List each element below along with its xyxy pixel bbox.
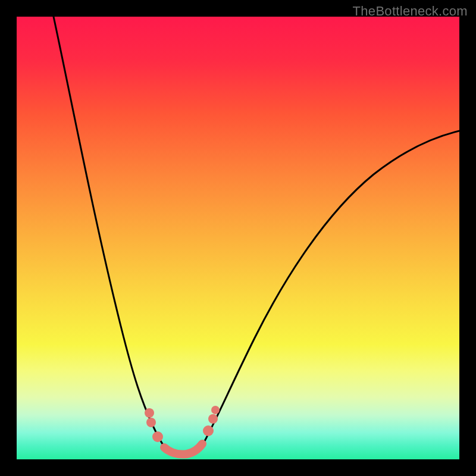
chart-stage: TheBottleneck.com [0, 0, 476, 476]
marker-dot [145, 408, 154, 418]
curve-left-branch [54, 17, 171, 455]
marker-dot [203, 425, 214, 436]
watermark-text: TheBottleneck.com [353, 4, 468, 19]
bottleneck-curve-svg [17, 17, 459, 459]
plot-area [17, 17, 459, 459]
marker-valley-run [164, 444, 202, 455]
curve-right-branch [201, 131, 459, 447]
marker-dot [208, 414, 218, 424]
marker-dot [211, 406, 220, 414]
marker-dot [146, 418, 156, 427]
marker-dot [152, 431, 163, 442]
